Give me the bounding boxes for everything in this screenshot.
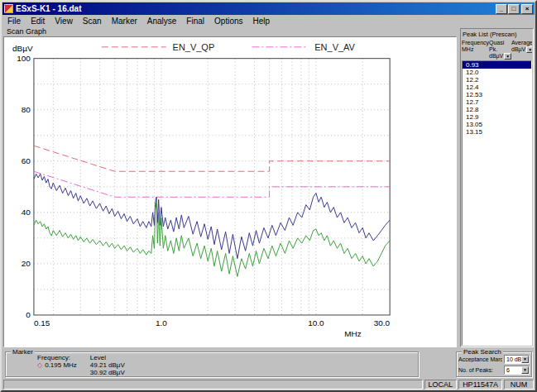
svg-text:40: 40 — [22, 208, 31, 217]
peak-list-row[interactable]: 12.4 — [463, 84, 531, 91]
num-peaks-label: No. of Peaks: — [458, 367, 502, 373]
chevron-down-icon[interactable]: ▼ — [521, 366, 529, 374]
svg-text:0.15: 0.15 — [34, 318, 50, 327]
acceptance-margin-label: Acceptance Margin: — [458, 356, 502, 362]
scan-graph-title: Scan Graph — [3, 26, 457, 36]
peak-list-row[interactable]: 12.7 — [463, 98, 531, 106]
bottom-panels: Marker Frequency: ◇0.195 MHz Level 49.21… — [2, 347, 535, 380]
menu-bar: FileEditViewScanMarkerAnalyseFinalOption… — [2, 15, 535, 26]
app-window: ESxS-K1 - 16.dat _ □ × FileEditViewScanM… — [0, 0, 537, 392]
acceptance-margin-value: 10 dB — [505, 356, 521, 363]
chart-grid — [34, 59, 390, 315]
column-quasipk-unit: dBµV — [489, 53, 503, 60]
legend-label-EN_V_AV: EN_V_AV — [314, 42, 355, 52]
svg-text:60: 60 — [22, 156, 31, 165]
status-hp11547a: HP11547A — [458, 380, 502, 390]
legend-label-EN_V_QP: EN_V_QP — [173, 42, 215, 52]
menu-help[interactable]: Help — [248, 16, 276, 26]
svg-text:10.0: 10.0 — [308, 318, 324, 327]
peak-list-rows: 0.9312.012.212.412.5312.712.812.913.0513… — [462, 60, 532, 346]
marker-panel-label: Marker — [11, 348, 35, 356]
marker-frequency-label: Frequency: — [37, 355, 77, 362]
marker-level-average-value: 30.92 dBµV — [90, 370, 125, 377]
y-tick-labels: 020406080100 — [17, 54, 31, 319]
x-axis-unit: MHz — [344, 329, 362, 338]
quasipk-unit-dropdown-icon[interactable]: ▼ — [504, 53, 511, 60]
menu-edit[interactable]: Edit — [26, 16, 50, 26]
menu-file[interactable]: File — [2, 16, 26, 26]
peak-search-panel: Peak Search Acceptance Margin: 10 dB ▼ N… — [456, 351, 532, 378]
marker-frequency-value: 0.195 MHz — [45, 361, 77, 369]
peak-list-row[interactable]: 12.9 — [463, 113, 531, 121]
app-icon — [4, 4, 13, 13]
peak-list-panel: Peak List (Prescan) Frequency MHz Quasi … — [460, 28, 534, 347]
svg-text:1.0: 1.0 — [156, 318, 167, 327]
scan-graph-panel: dBµVMHz0204060801000.151.010.030.0EN_V_Q… — [3, 36, 457, 347]
column-frequency-label: Frequency — [462, 40, 489, 46]
x-tick-labels: 0.151.010.030.0 — [34, 318, 391, 327]
peak-list-row[interactable]: 13.15 — [463, 128, 531, 136]
peak-search-panel-label: Peak Search — [462, 348, 503, 356]
column-average-unit: dBµV — [511, 46, 525, 53]
status-local: LOCAL — [424, 380, 458, 390]
svg-text:20: 20 — [22, 259, 31, 268]
limit-line-EN_V_AV — [34, 171, 390, 197]
right-column: Peak List (Prescan) Frequency MHz Quasi … — [460, 26, 534, 347]
svg-text:30.0: 30.0 — [374, 318, 391, 327]
num-peaks-value: 6 — [505, 366, 521, 374]
maximize-button[interactable]: □ — [508, 4, 520, 14]
peak-list-row[interactable]: 12.0 — [463, 69, 531, 76]
title-bar: ESxS-K1 - 16.dat _ □ × — [2, 2, 535, 15]
column-average-label: Average — [511, 40, 532, 46]
peak-list-row[interactable]: 12.53 — [463, 91, 531, 98]
svg-text:80: 80 — [22, 105, 31, 114]
peak-list-row[interactable]: 12.8 — [463, 106, 531, 113]
chevron-down-icon[interactable]: ▼ — [521, 356, 529, 363]
menu-marker[interactable]: Marker — [107, 16, 142, 26]
trace-average — [34, 202, 390, 276]
acceptance-margin-select[interactable]: 10 dB ▼ — [504, 355, 530, 364]
scan-graph-window: Scan Graph dBµVMHz0204060801000.151.010.… — [3, 26, 457, 347]
y-axis-unit: dBµV — [12, 44, 33, 53]
menu-analyse[interactable]: Analyse — [142, 16, 182, 26]
marker-level-label: Level — [90, 355, 125, 362]
scan-graph-chart[interactable]: dBµVMHz0204060801000.151.010.030.0EN_V_Q… — [4, 37, 456, 347]
peak-list-row[interactable]: 0.93 — [463, 61, 531, 69]
menu-options[interactable]: Options — [209, 16, 247, 26]
client-area: Scan Graph dBµVMHz0204060801000.151.010.… — [2, 26, 535, 347]
svg-text:100: 100 — [17, 54, 31, 63]
marker-diamond-icon: ◇ — [37, 361, 42, 369]
minimize-button[interactable]: _ — [496, 4, 507, 14]
num-peaks-select[interactable]: 6 ▼ — [504, 366, 530, 375]
peak-list-title: Peak List (Prescan) — [462, 30, 532, 40]
average-unit-dropdown-icon[interactable]: ▼ — [526, 46, 532, 53]
limit-line-EN_V_QP — [34, 146, 390, 171]
peak-list-header: Frequency MHz Quasi Pk. dBµV ▼ Average — [462, 40, 532, 60]
close-button[interactable]: × — [521, 4, 533, 14]
status-num: NUM — [504, 380, 534, 390]
status-bar: LOCALHP11547ANUM — [2, 379, 535, 390]
peak-list-row[interactable]: 12.2 — [463, 76, 531, 84]
menu-view[interactable]: View — [50, 16, 78, 26]
svg-text:0: 0 — [26, 310, 31, 319]
status-message-area — [3, 380, 423, 390]
column-quasipk-label: Quasi Pk. — [489, 40, 511, 53]
chart-legend: EN_V_QPEN_V_AV — [102, 42, 356, 52]
marker-panel: Marker Frequency: ◇0.195 MHz Level 49.21… — [5, 351, 419, 378]
peak-list-row[interactable]: 13.05 — [463, 121, 531, 128]
menu-final[interactable]: Final — [181, 16, 209, 26]
window-title: ESxS-K1 - 16.dat — [16, 4, 495, 13]
menu-scan[interactable]: Scan — [78, 16, 107, 26]
column-frequency-unit: MHz — [462, 46, 489, 53]
